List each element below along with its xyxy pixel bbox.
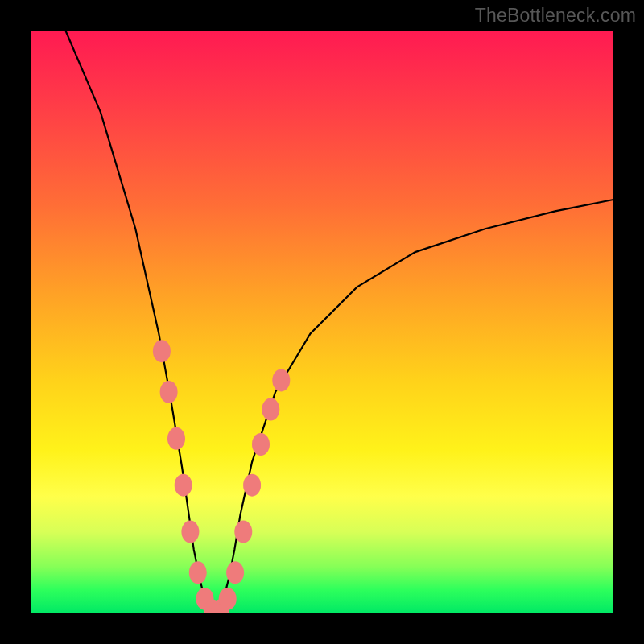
- highlight-marker: [175, 474, 192, 497]
- highlight-marker: [252, 433, 270, 456]
- highlight-marker: [262, 398, 279, 421]
- chart-svg: [31, 31, 613, 613]
- highlight-marker: [189, 561, 207, 584]
- highlight-markers: [153, 340, 290, 613]
- bottleneck-curve: [65, 31, 613, 613]
- highlight-marker: [226, 561, 244, 584]
- highlight-marker: [272, 369, 290, 391]
- highlight-marker: [160, 381, 178, 403]
- highlight-marker: [243, 474, 261, 497]
- highlight-marker: [234, 521, 252, 543]
- highlight-marker: [181, 521, 199, 543]
- plot-gradient-area: [31, 31, 613, 613]
- highlight-marker: [153, 340, 171, 362]
- attribution-text: TheBottleneck.com: [475, 5, 636, 27]
- highlight-marker: [219, 588, 237, 610]
- highlight-marker: [167, 427, 185, 450]
- chart-frame: TheBottleneck.com: [0, 0, 644, 644]
